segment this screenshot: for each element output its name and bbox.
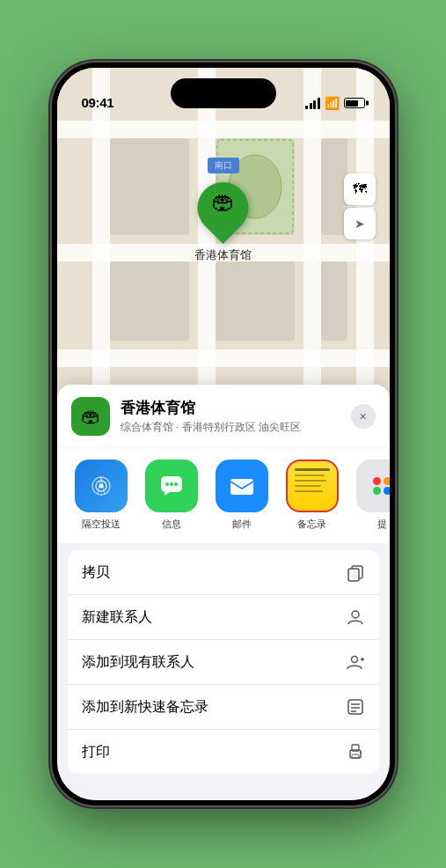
- svg-rect-9: [110, 261, 189, 341]
- map-layer-button[interactable]: 🗺: [344, 173, 376, 205]
- action-print[interactable]: 打印: [68, 730, 379, 774]
- copy-icon: [346, 563, 365, 582]
- action-add-existing-label: 添加到现有联系人: [82, 653, 194, 672]
- action-copy[interactable]: 拷贝: [68, 550, 379, 595]
- svg-rect-26: [230, 479, 253, 495]
- action-list: 拷贝 新建联系人 添加到现有联系人: [68, 550, 379, 774]
- entrance-label: 南口: [208, 158, 239, 173]
- share-more[interactable]: 提: [347, 460, 390, 531]
- place-description: 综合体育馆 · 香港特别行政区 油尖旺区: [121, 420, 351, 435]
- place-logo: 🏟: [71, 397, 110, 436]
- svg-point-40: [360, 752, 362, 754]
- person-add-icon: [346, 652, 365, 672]
- map-pin-icon: 🏟: [212, 188, 235, 216]
- map-pin-container: 🏟 香港体育馆: [194, 182, 252, 263]
- map-area[interactable]: 南口 🏟 香港体育馆 🗺 ➤: [57, 68, 390, 438]
- place-text: 香港体育馆 综合体育馆 · 香港特别行政区 油尖旺区: [121, 398, 351, 435]
- airdrop-icon: [75, 460, 128, 512]
- wifi-icon: 📶: [325, 96, 340, 110]
- svg-rect-13: [321, 261, 347, 341]
- svg-point-30: [351, 657, 357, 663]
- airdrop-label: 隔空投送: [82, 518, 121, 531]
- svg-rect-7: [356, 68, 374, 438]
- svg-point-23: [165, 482, 169, 486]
- svg-point-24: [170, 482, 173, 486]
- signal-icon: [305, 98, 320, 109]
- action-add-existing-contact[interactable]: 添加到现有联系人: [68, 640, 379, 685]
- svg-rect-8: [110, 138, 189, 235]
- bottom-sheet: 🏟 香港体育馆 综合体育馆 · 香港特别行政区 油尖旺区 ×: [57, 385, 390, 800]
- action-copy-label: 拷贝: [82, 563, 110, 582]
- svg-rect-4: [92, 68, 110, 438]
- notes-icon: [286, 460, 339, 512]
- mail-label: 邮件: [232, 518, 252, 531]
- share-row: 隔空投送 信息: [57, 447, 390, 543]
- notes-label: 备忘录: [297, 518, 326, 531]
- battery-icon: [344, 98, 365, 108]
- status-icons: 📶: [305, 96, 365, 110]
- svg-point-29: [352, 611, 359, 618]
- messages-icon: [145, 460, 198, 512]
- map-place-name: 香港体育馆: [194, 247, 252, 263]
- svg-rect-11: [216, 261, 295, 341]
- more-label: 提: [377, 518, 387, 531]
- share-mail[interactable]: 邮件: [207, 460, 277, 531]
- svg-point-25: [174, 482, 178, 486]
- share-messages[interactable]: 信息: [136, 460, 207, 531]
- map-controls: 🗺 ➤: [344, 173, 376, 239]
- action-add-quick-note[interactable]: 添加到新快速备忘录: [68, 685, 379, 730]
- messages-label: 信息: [162, 518, 181, 531]
- print-icon: [346, 742, 365, 761]
- share-airdrop[interactable]: 隔空投送: [66, 460, 136, 531]
- mail-icon: [216, 460, 268, 512]
- action-quick-note-label: 添加到新快速备忘录: [82, 698, 208, 717]
- more-icon: [356, 460, 390, 512]
- action-new-contact[interactable]: 新建联系人: [68, 595, 379, 640]
- dynamic-island: [171, 78, 276, 108]
- svg-rect-6: [303, 68, 321, 438]
- place-info-row: 🏟 香港体育馆 综合体育馆 · 香港特别行政区 油尖旺区 ×: [57, 385, 390, 446]
- quick-note-icon: [346, 697, 365, 717]
- map-location-button[interactable]: ➤: [344, 208, 376, 239]
- share-notes[interactable]: 备忘录: [277, 460, 347, 531]
- place-name: 香港体育馆: [121, 398, 351, 418]
- svg-rect-28: [348, 569, 359, 581]
- action-print-label: 打印: [82, 743, 110, 761]
- person-icon: [346, 607, 365, 627]
- status-time: 09:41: [82, 95, 114, 110]
- action-new-contact-label: 新建联系人: [82, 608, 152, 627]
- close-button[interactable]: ×: [351, 404, 376, 429]
